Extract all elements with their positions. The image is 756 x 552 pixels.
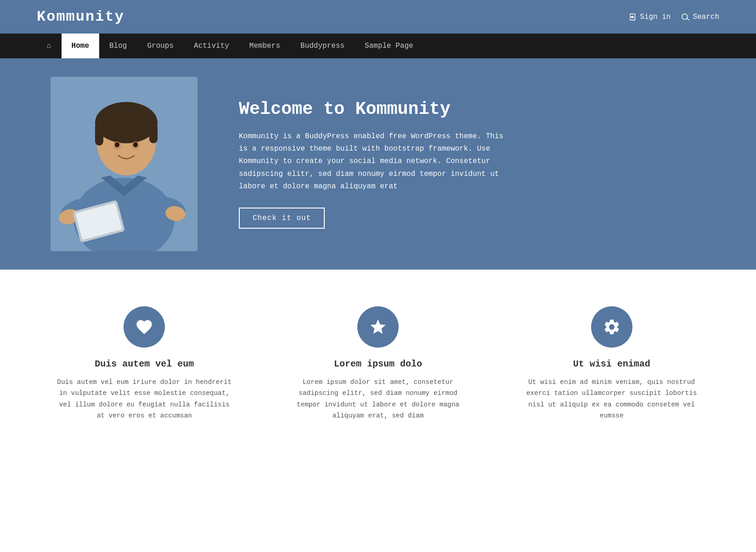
- nav-home-icon-item[interactable]: ⌂: [37, 34, 62, 58]
- nav-item-buddypress[interactable]: Buddypress: [290, 34, 355, 58]
- hero-title: Welcome to Kommunity: [239, 99, 719, 119]
- site-logo: Kommunity: [37, 8, 124, 25]
- feature-item-3: Ut wisi enimad Ut wisi enim ad minim ven…: [525, 306, 699, 422]
- search-button[interactable]: Search: [682, 13, 719, 21]
- signin-label: Sign in: [640, 13, 671, 21]
- nav-item-activity[interactable]: Activity: [184, 34, 239, 58]
- svg-point-8: [115, 142, 119, 147]
- check-it-out-button[interactable]: Check it out: [239, 208, 325, 229]
- main-nav: ⌂ Home Blog Groups Activity Members Budd…: [0, 34, 756, 58]
- nav-item-home[interactable]: Home: [62, 34, 99, 58]
- search-icon: [682, 13, 690, 21]
- gear-icon: [603, 318, 621, 336]
- nav-item-activity-label: Activity: [194, 42, 229, 50]
- nav-item-home-label: Home: [72, 42, 89, 50]
- feature-2-title: Lorem ipsum dolo: [334, 359, 422, 369]
- person-illustration: [51, 77, 197, 251]
- nav-item-blog-label: Blog: [109, 42, 127, 50]
- heart-icon: [135, 318, 153, 336]
- home-icon: ⌂: [47, 42, 51, 50]
- hero-section: Welcome to Kommunity Kommunity is a Budd…: [0, 58, 756, 270]
- signin-icon: [629, 13, 637, 21]
- hero-description: Kommunity is a BuddyPress enabled free W…: [239, 130, 514, 193]
- feature-1-title: Duis autem vel eum: [95, 359, 194, 369]
- feature-1-description: Duis autem vel eum iriure dolor in hendr…: [57, 377, 231, 422]
- svg-point-3: [95, 102, 158, 143]
- nav-item-groups-label: Groups: [147, 42, 174, 50]
- feature-1-icon-circle: [124, 306, 165, 348]
- svg-point-9: [133, 142, 138, 147]
- star-icon: [369, 318, 387, 336]
- search-label: Search: [693, 13, 719, 21]
- feature-item-1: Duis autem vel eum Duis autem vel eum ir…: [57, 306, 231, 422]
- header-actions: Sign in Search: [629, 13, 719, 21]
- nav-item-members[interactable]: Members: [239, 34, 290, 58]
- nav-item-blog[interactable]: Blog: [99, 34, 137, 58]
- nav-item-buddypress-label: Buddypress: [300, 42, 344, 50]
- feature-2-description: Lorem ipsum dolor sit amet, consetetur s…: [291, 377, 465, 422]
- feature-item-2: Lorem ipsum dolo Lorem ipsum dolor sit a…: [291, 306, 465, 422]
- hero-person-image: [51, 77, 197, 251]
- nav-item-sample-page-label: Sample Page: [365, 42, 413, 50]
- feature-3-description: Ut wisi enim ad minim veniam, quis nostr…: [525, 377, 699, 422]
- site-header: Kommunity Sign in Search: [0, 0, 756, 34]
- nav-item-groups[interactable]: Groups: [137, 34, 184, 58]
- signin-button[interactable]: Sign in: [629, 13, 671, 21]
- features-section: Duis autem vel eum Duis autem vel eum ir…: [0, 270, 756, 449]
- svg-rect-5: [149, 123, 158, 143]
- feature-3-icon-circle: [591, 306, 632, 348]
- feature-3-title: Ut wisi enimad: [573, 359, 650, 369]
- nav-item-sample-page[interactable]: Sample Page: [355, 34, 423, 58]
- nav-item-members-label: Members: [249, 42, 280, 50]
- hero-image-container: [37, 77, 211, 251]
- feature-2-icon-circle: [357, 306, 399, 348]
- hero-content: Welcome to Kommunity Kommunity is a Budd…: [211, 99, 719, 229]
- svg-rect-4: [95, 123, 103, 146]
